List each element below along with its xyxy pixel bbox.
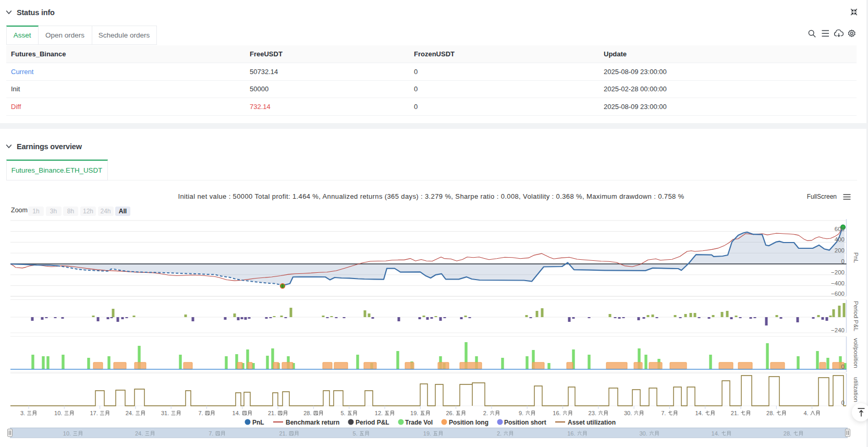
svg-text:Period P&L: Period P&L [853,301,859,332]
svg-text:28.: 28. [303,410,311,416]
svg-text:utilization: utilization [853,377,859,402]
svg-text:PnL: PnL [252,419,264,426]
svg-text:7.: 7. [661,410,666,416]
svg-text:0: 0 [841,364,845,370]
svg-text:7.: 7. [209,430,213,437]
svg-text:−240: −240 [831,327,845,333]
svg-text:19.: 19. [410,410,418,416]
svg-text:10.: 10. [63,430,71,437]
svg-text:30.: 30. [624,410,632,416]
svg-text:28.: 28. [784,430,791,437]
svg-text:5.: 5. [353,430,358,437]
svg-text:19.: 19. [423,430,431,437]
svg-text:Benchmark return: Benchmark return [286,419,339,426]
svg-text:21.: 21. [731,410,739,416]
svg-text:16.: 16. [567,430,575,437]
svg-text:17.: 17. [90,410,97,416]
svg-text:400: 400 [835,236,845,243]
svg-text:−600: −600 [831,291,845,297]
svg-text:7.: 7. [198,410,203,416]
svg-text:14.: 14. [712,430,719,437]
svg-text:Trade Vol: Trade Vol [405,419,433,426]
svg-text:14.: 14. [695,410,703,416]
svg-text:31.: 31. [161,410,169,416]
svg-text:5.: 5. [341,410,346,416]
svg-text:10.: 10. [54,410,62,416]
svg-text:0: 0 [841,400,845,406]
svg-text:24.: 24. [135,430,143,437]
svg-text:0: 0 [841,258,845,264]
svg-text:28.: 28. [766,410,774,416]
svg-text:vol/position: vol/position [853,338,859,368]
svg-text:26.: 26. [446,410,454,416]
svg-text:21.: 21. [268,410,276,416]
svg-text:Position long: Position long [449,419,488,426]
svg-text:23.: 23. [589,410,596,416]
svg-text:9.: 9. [519,410,523,416]
svg-text:200: 200 [835,247,845,253]
svg-text:−400: −400 [831,280,845,286]
svg-text:30.: 30. [639,430,647,437]
svg-text:3.: 3. [20,410,25,416]
svg-text:12.: 12. [375,410,383,416]
svg-text:2.: 2. [483,410,488,416]
svg-text:Position short: Position short [504,419,546,426]
svg-text:Period P&L: Period P&L [356,419,389,426]
svg-text:24.: 24. [126,410,133,416]
svg-text:−200: −200 [831,269,845,275]
svg-text:21.: 21. [279,430,287,437]
svg-text:PnL: PnL [853,252,859,263]
svg-text:14.: 14. [233,410,240,416]
svg-text:Asset utilization: Asset utilization [568,419,616,426]
svg-text:16.: 16. [553,410,560,416]
svg-text:2.: 2. [497,430,502,437]
svg-text:4.: 4. [803,410,808,416]
svg-text:600: 600 [835,226,845,232]
